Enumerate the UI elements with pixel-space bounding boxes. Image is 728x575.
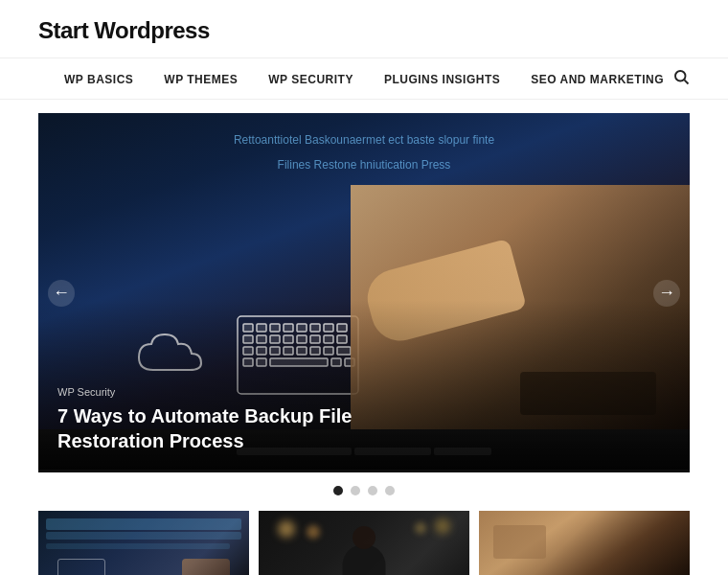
thumb-line-1 <box>46 532 241 540</box>
screen-text-overlay: Rettoanttiotel Baskounaermet ect baste s… <box>57 127 671 178</box>
bokeh-1 <box>278 520 295 538</box>
site-title: Start Wordpress <box>38 17 690 44</box>
thumb-hand-outline <box>182 559 230 575</box>
thumb-card-2[interactable] <box>259 511 469 575</box>
slide-category: WP Security <box>57 386 460 398</box>
search-icon <box>672 68 690 85</box>
hero-image: Rettoanttiotel Baskounaermet ect baste s… <box>38 113 690 472</box>
next-arrow-icon: → <box>658 283 675 303</box>
dot-1[interactable] <box>333 486 343 495</box>
nav-item-wp-security[interactable]: WP SECURITY <box>268 73 353 86</box>
bokeh-2 <box>307 525 320 539</box>
slider-dots <box>0 472 728 511</box>
search-button[interactable] <box>672 68 690 90</box>
bokeh-3 <box>435 518 450 534</box>
thumb-glow-1 <box>46 518 241 530</box>
screen-line1: Rettoanttiotel Baskounaermet ect baste s… <box>57 127 671 152</box>
hero-slider: Rettoanttiotel Baskounaermet ect baste s… <box>38 113 690 472</box>
slider-next-button[interactable]: → <box>653 280 680 307</box>
thumb-card-1[interactable] <box>38 511 249 575</box>
thumbnail-row <box>0 511 728 575</box>
main-nav: WP BASICS WP THEMES WP SECURITY PLUGINS … <box>0 58 728 100</box>
prev-arrow-icon: ← <box>53 283 70 303</box>
nav-item-wp-themes[interactable]: WP THEMES <box>164 73 238 86</box>
nav-links: WP BASICS WP THEMES WP SECURITY PLUGINS … <box>64 70 664 87</box>
slider-prev-button[interactable]: ← <box>48 280 75 307</box>
screen-line2: Filines Restone hniutication Press <box>57 152 671 177</box>
thumb-card-3[interactable] <box>479 511 690 575</box>
dot-3[interactable] <box>368 486 377 495</box>
dot-2[interactable] <box>351 486 360 495</box>
bokeh-4 <box>415 522 426 534</box>
slide-caption: WP Security 7 Ways to Automate Backup Fi… <box>57 386 460 453</box>
site-header: Start Wordpress <box>0 0 728 58</box>
thumb-keyboard-outline <box>57 559 105 575</box>
dot-4[interactable] <box>385 486 395 495</box>
svg-line-1 <box>684 80 688 83</box>
slide-title: 7 Ways to Automate Backup File Restorati… <box>57 403 460 453</box>
person-head <box>353 526 375 549</box>
thumb-hand-3 <box>493 525 546 559</box>
nav-item-seo-marketing[interactable]: SEO AND MARKETING <box>531 73 664 86</box>
thumb-line-2 <box>46 543 230 549</box>
nav-item-wp-basics[interactable]: WP BASICS <box>64 73 133 86</box>
nav-item-plugins-insights[interactable]: PLUGINS INSIGHTS <box>384 73 500 86</box>
svg-point-0 <box>675 71 686 81</box>
